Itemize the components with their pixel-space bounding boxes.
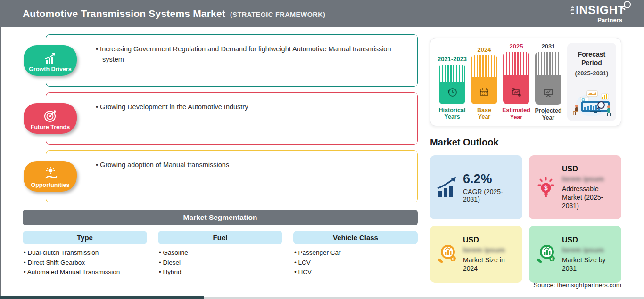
growth-drivers-row: Increasing Government Regulation and Dem… — [23, 34, 418, 87]
future-trends-list: Growing Development in the Automotive In… — [96, 102, 405, 113]
badge-label: Growth Drivers — [29, 66, 71, 73]
type-list: Dual-clutch Transmission Direct Shift Ge… — [23, 248, 147, 277]
market-size-2024-card: $ USD lorem ipsum Market Size in 2024 — [430, 226, 522, 283]
currency-label: USD — [562, 236, 616, 244]
bar-solid — [439, 82, 465, 104]
historical-years-bar-group: 2021-2023 HistoricalYears — [439, 43, 465, 121]
list-item: HCV — [294, 267, 418, 277]
analytics-monitor-icon — [510, 86, 522, 100]
estimated-year-bar — [503, 52, 529, 104]
segment-column-vehicle-class: Vehicle Class Passenger Car LCV HCV — [293, 231, 418, 277]
segment-column-type: Type Dual-clutch Transmission Direct Shi… — [23, 231, 147, 277]
bar-solid — [503, 75, 529, 104]
currency-label: USD — [463, 236, 517, 244]
target-icon — [43, 109, 58, 123]
bar-year: 2024 — [478, 46, 491, 53]
insight-partners-logo: The INSIGHT Partners — [570, 4, 625, 23]
list-item: LCV — [294, 258, 418, 268]
vehicle-class-list: Passenger Car LCV HCV — [293, 248, 418, 277]
cagr-text: 6.2% CAGR (2025-2031) — [463, 172, 517, 203]
market-size-2031-text: USD lorem ipsum Market Size by 2031 — [562, 236, 616, 273]
card-label: Market Size by 2031 — [562, 256, 616, 273]
list-item: Automated Manual Transmission — [24, 267, 147, 277]
currency-label: USD — [562, 165, 616, 173]
addressable-market-text: USD lorem ipsum Addressable Market (2025… — [562, 165, 616, 210]
base-year-bar — [471, 55, 497, 104]
logo-the: The — [570, 6, 575, 15]
opportunities-list: Growing adoption of Manual transmissions — [96, 160, 405, 170]
analysts-illustration — [570, 87, 613, 119]
card-label: Addressable Market (2025-2031) — [562, 185, 616, 210]
infographic-page: Automotive Transmission Systems Market (… — [0, 0, 644, 299]
list-item: Diesel — [159, 258, 282, 268]
forecast-period-title: Forecast Period — [567, 50, 616, 67]
list-item: Direct Shift Gearbox — [24, 258, 147, 268]
column-header: Fuel — [158, 231, 282, 244]
svg-text:$: $ — [452, 257, 454, 261]
timeline-card: 2021-2023 HistoricalYears 2024 — [430, 38, 621, 126]
cagr-growth-icon — [435, 177, 459, 198]
bar-stripes — [471, 55, 497, 77]
bar-stripes — [503, 52, 529, 75]
list-item: Growing Development in the Automotive In… — [96, 102, 405, 113]
bar-label: EstimatedYear — [502, 107, 530, 121]
badge-label: Opportunities — [31, 182, 70, 188]
card-label: Market Size in 2024 — [463, 256, 517, 273]
bar-solid — [471, 77, 497, 104]
market-size-2031-card: $ USD lorem ipsum Market Size by 2031 — [529, 226, 621, 283]
list-item: Dual-clutch Transmission — [24, 248, 147, 258]
bar-year: 2025 — [510, 43, 523, 50]
logo-row: The INSIGHT — [570, 4, 625, 16]
historical-bar — [439, 65, 465, 104]
magnifier-chart-icon: $ — [435, 243, 459, 266]
bar-stripes — [439, 65, 465, 82]
column-header: Type — [23, 231, 147, 244]
list-item: Hybrid — [159, 267, 282, 277]
bar-year: 2021-2023 — [438, 56, 467, 63]
growth-chart-icon — [43, 51, 58, 65]
magnifier-chart-icon: $ — [534, 243, 558, 266]
segment-column-fuel: Fuel Gasoline Diesel Hybrid — [158, 231, 282, 277]
growth-drivers-badge: Growth Drivers — [24, 45, 77, 76]
forecast-period-panel: Forecast Period (2025-2031) — [567, 43, 616, 121]
magnifier-icon — [624, 1, 631, 8]
badge-label: Future Trends — [31, 124, 70, 130]
title-wrap: Automotive Transmission Systems Market (… — [23, 8, 325, 19]
market-segmentation-bar: Market Segmentation — [23, 210, 418, 225]
base-year-bar-group: 2024 BaseYear — [471, 43, 497, 121]
bar-label: BaseYear — [477, 107, 491, 121]
list-item: Growing adoption of Manual transmissions — [96, 160, 405, 170]
opportunities-box: Growing adoption of Manual transmissions — [46, 150, 418, 202]
fuel-list: Gasoline Diesel Hybrid — [158, 248, 282, 277]
driver-sections: Increasing Government Regulation and Dem… — [23, 34, 418, 208]
calendar-icon — [478, 86, 490, 100]
cagr-card: 6.2% CAGR (2025-2031) — [430, 155, 522, 219]
timeline-bars: 2021-2023 HistoricalYears 2024 — [435, 43, 561, 121]
source-attribution: Source: theinsightpartners.com — [430, 282, 621, 289]
svg-text:$: $ — [551, 257, 553, 261]
market-size-2024-text: USD lorem ipsum Market Size in 2024 — [463, 236, 517, 273]
svg-text:$: $ — [544, 184, 548, 192]
addressable-market-card: $ USD lorem ipsum Addressable Market (20… — [529, 155, 621, 219]
future-trends-badge: Future Trends — [24, 103, 77, 134]
list-item: Increasing Government Regulation and Dem… — [96, 44, 405, 65]
blurred-value: lorem ipsum — [562, 246, 616, 254]
bottom-bar-light — [204, 297, 644, 299]
blurred-value: lorem ipsum — [463, 246, 517, 254]
page-subtitle: (STRATEGIC FRAMEWORK) — [230, 11, 325, 18]
projected-year-bar-group: 2031 ProjectedYear — [535, 43, 561, 121]
growth-drivers-list: Increasing Government Regulation and Dem… — [96, 44, 405, 65]
bar-solid — [535, 75, 561, 105]
cagr-label: CAGR (2025-2031) — [463, 188, 517, 203]
market-outlook-title: Market Outlook — [430, 137, 499, 148]
list-item: Passenger Car — [294, 248, 418, 258]
blurred-value: lorem ipsum — [562, 175, 616, 183]
projector-screen-icon — [542, 87, 554, 101]
bar-stripes — [535, 52, 561, 75]
hand-bulb-icon — [43, 167, 58, 181]
list-item: Gasoline — [159, 248, 282, 258]
estimated-year-bar-group: 2025 EstimatedYear — [503, 43, 529, 121]
bar-label: HistoricalYears — [439, 107, 466, 121]
opportunities-row: Growing adoption of Manual transmissions… — [23, 150, 418, 202]
forecast-period-range: (2025-2031) — [575, 70, 609, 77]
